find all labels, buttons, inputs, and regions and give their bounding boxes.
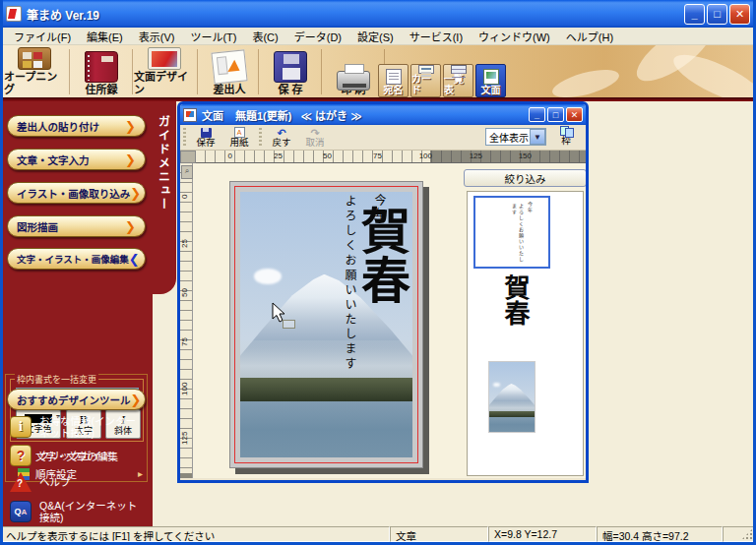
paper-button[interactable]: A 用紙 <box>222 126 256 150</box>
sidebar-item-click-guide[interactable]: ? クリックガイド <box>10 445 146 466</box>
menu-window[interactable]: ウィンドウ(W) <box>471 27 558 46</box>
sidebar-item-info[interactable]: i お得な情報(インターネット接続) <box>10 415 146 439</box>
opening-button[interactable]: オープニング <box>4 47 65 96</box>
sidebar-item-object-edit[interactable]: 文字・イラスト・画像編集 ❮ <box>7 248 146 270</box>
app-icon <box>6 6 22 22</box>
close-icon[interactable]: ✕ <box>729 4 750 25</box>
menu-help[interactable]: ヘルプ(H) <box>558 27 621 46</box>
chevron-right-icon: ❯ <box>125 152 136 167</box>
vertical-ruler: 0 25 50 75 100 125 150 <box>180 163 193 478</box>
chevron-right-icon: ❯ <box>125 119 136 134</box>
menu-bar: ファイル(F) 編集(E) 表示(V) ツール(T) 表(C) データ(D) 設… <box>0 28 756 45</box>
menu-edit[interactable]: 編集(E) <box>79 27 131 46</box>
document-title: 文面無題1(更新) ≪ はがき ≫ <box>202 107 362 123</box>
chevron-down-icon: ❮ <box>129 252 140 267</box>
dropdown-arrow-icon[interactable]: ▼ <box>530 129 545 145</box>
print-icon <box>337 71 370 91</box>
menu-tools[interactable]: ツール(T) <box>182 27 244 46</box>
sidebar-item-shape-draw[interactable]: 図形描画 ❯ <box>7 215 146 237</box>
bamboo-decoration <box>549 64 621 97</box>
filter-button[interactable]: 絞り込み <box>464 169 586 187</box>
divider <box>0 97 756 101</box>
document-titlebar: 文面無題1(更新) ≪ はがき ≫ _ □ ✕ <box>180 104 586 125</box>
frame-button[interactable]: 枠 <box>552 126 580 150</box>
separator <box>258 49 259 94</box>
format-group-label: 枠内書式を一括変更 <box>15 373 98 386</box>
floppy-icon <box>201 128 212 138</box>
maximize-icon[interactable]: □ <box>707 4 727 25</box>
fuji-photo[interactable]: 今年 賀春 よろしくお願いいたします <box>240 192 412 457</box>
guide-menu-label: ガイドメニュー <box>156 115 172 212</box>
view-atena-button[interactable]: 宛名 <box>378 64 409 97</box>
list-icon <box>451 65 467 74</box>
opening-icon <box>18 47 51 70</box>
forest <box>240 378 412 401</box>
app-title: 筆まめ Ver.19 <box>27 6 99 23</box>
document-canvas-area: 0 25 50 75 100 125 150 0 25 50 75 100 12… <box>180 151 586 478</box>
zoom-select[interactable]: 全体表示 ▼ <box>485 128 546 146</box>
sender-button[interactable]: 差出人 <box>199 47 260 96</box>
menu-data[interactable]: データ(D) <box>286 27 349 46</box>
sidebar-item-design-tools[interactable]: おすすめデザインツール ❯ <box>7 389 146 410</box>
sidebar-item-image-import[interactable]: イラスト・画像取り込み ❯ <box>7 182 146 204</box>
redo-icon: ↷ <box>310 128 319 138</box>
status-coords: X=9.8 Y=12.7 <box>488 526 597 542</box>
chevron-right-icon: ❯ <box>125 219 136 234</box>
document-icon <box>183 108 197 122</box>
chevron-right-icon: ❯ <box>130 186 141 201</box>
doc-minimize-icon[interactable]: _ <box>529 107 545 122</box>
document-toolbar: 保存 A 用紙 ↶ 戻す ↷ 取消 全体表示 ▼ 枠 <box>180 125 586 151</box>
minimize-icon[interactable]: _ <box>684 4 705 25</box>
ruler-zoom-box[interactable]: ⌕ <box>181 165 193 179</box>
app-titlebar: 筆まめ Ver.19 _ □ ✕ <box>0 0 756 28</box>
postcard-margin-frame: 今年 賀春 よろしくお願いいたします <box>234 186 418 463</box>
lake <box>240 401 412 457</box>
status-bar: ヘルプを表示するには [F1] を押してください 文章 X=9.8 Y=12.7… <box>0 526 756 542</box>
doc-close-icon[interactable]: ✕ <box>566 107 583 122</box>
status-mode: 文章 <box>390 526 488 542</box>
bunmen-icon <box>483 69 499 85</box>
sidebar-item-text-input[interactable]: 文章・文字入力 ❯ <box>7 149 146 170</box>
horizontal-ruler: 0 25 50 75 100 125 150 <box>196 151 586 163</box>
status-help: ヘルプを表示するには [F1] を押してください <box>0 526 390 542</box>
address-book-button[interactable]: 住所録 <box>71 47 132 96</box>
menu-settings[interactable]: 設定(S) <box>349 27 402 46</box>
sidebar-item-qa[interactable]: QA Q&A(インターネット接続) <box>10 500 146 523</box>
zoom-value: 全体表示 <box>486 130 530 145</box>
view-card-button[interactable]: カード <box>410 64 441 97</box>
undo-button[interactable]: ↶ 戻す <box>265 126 298 150</box>
menu-view[interactable]: 表示(V) <box>131 27 183 46</box>
design-icon <box>148 47 181 70</box>
info-icon: i <box>10 416 32 438</box>
mist <box>240 340 412 383</box>
object-list-panel: 今年 よろしくお願いいたします 賀春 <box>467 191 584 476</box>
atena-icon <box>386 69 402 85</box>
address-book-icon <box>85 51 118 83</box>
thumbnail-calligraphy[interactable]: 賀春 <box>497 274 529 343</box>
sidebar-item-sender-paste[interactable]: 差出人の貼り付け ❯ <box>7 115 146 137</box>
menu-service[interactable]: サービス(I) <box>402 27 471 46</box>
undo-icon: ↶ <box>277 128 285 138</box>
question-icon: ? <box>10 445 32 466</box>
design-button[interactable]: 文面デザイン <box>134 47 195 96</box>
view-list-button[interactable]: 一覧表 <box>443 64 473 97</box>
menu-table[interactable]: 表(C) <box>244 27 285 46</box>
save-icon <box>274 51 307 83</box>
thumbnail-photo[interactable] <box>488 361 536 433</box>
postcard[interactable]: 今年 賀春 よろしくお願いいたします <box>229 181 423 468</box>
chevron-right-icon: ❯ <box>131 393 142 407</box>
view-bunmen-button[interactable]: 文面 <box>475 64 506 97</box>
thumbnail-text-frame-selected[interactable]: 今年 よろしくお願いいたします <box>473 196 550 269</box>
print-button[interactable]: 印 刷 <box>323 47 384 96</box>
menu-file[interactable]: ファイル(F) <box>6 27 79 46</box>
sender-icon <box>211 49 247 84</box>
greeting-line2[interactable]: よろしくお願いいたします <box>342 195 358 372</box>
separator <box>132 49 133 94</box>
help-icon: ? <box>10 472 32 492</box>
sidebar-item-help[interactable]: ? ヘルプ <box>10 472 146 492</box>
doc-maximize-icon[interactable]: □ <box>547 107 564 122</box>
main-toolbar: オープニング 住所録 文面デザイン 差出人 保 存 印 刷 宛名 カード 一覧表… <box>0 45 756 97</box>
doc-save-button[interactable]: 保存 <box>189 126 222 150</box>
save-button[interactable]: 保 存 <box>260 47 321 96</box>
greeting-large[interactable]: 賀春 <box>354 206 408 304</box>
